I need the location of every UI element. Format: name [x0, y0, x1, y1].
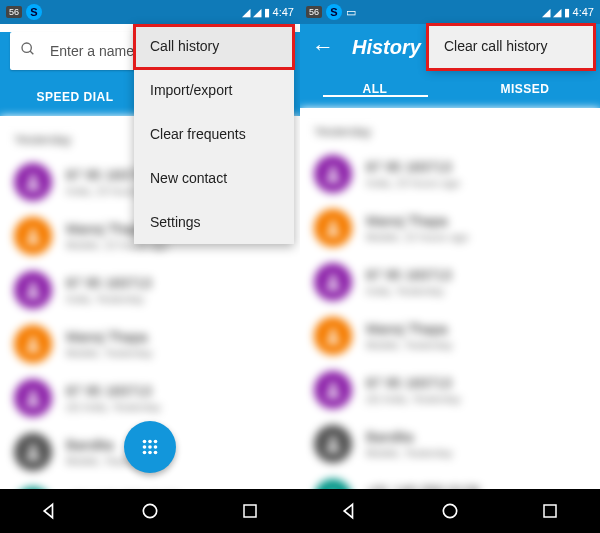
- contact-name: Manoj Thapa: [366, 321, 453, 337]
- svg-point-3: [30, 229, 37, 236]
- svg-point-15: [143, 451, 147, 455]
- svg-point-13: [148, 445, 152, 449]
- page-title: History: [352, 36, 421, 59]
- back-button[interactable]: ←: [312, 34, 334, 60]
- avatar: [14, 433, 52, 471]
- avatar: [14, 271, 52, 309]
- contact-sub: Mobile, Yesterday: [366, 339, 453, 351]
- overflow-menu: Call history Import/export Clear frequen…: [134, 24, 294, 244]
- svg-point-23: [330, 329, 337, 336]
- svg-point-0: [22, 43, 31, 52]
- nav-home[interactable]: [137, 498, 163, 524]
- svg-point-20: [330, 167, 337, 174]
- row-text: Manoj ThapaMobile, Yesterday: [66, 329, 153, 359]
- list-item[interactable]: 87 95 183713India, Yesterday: [0, 263, 300, 317]
- svg-point-18: [143, 504, 156, 517]
- phone-right: 56 S ▭ ◢ ◢ ▮ 4:47 ← History ALL MISSED Y…: [300, 0, 600, 533]
- contact-sub: (4) India, Yesterday: [366, 393, 461, 405]
- nav-back[interactable]: [37, 498, 63, 524]
- battery-icon: ▮: [264, 6, 270, 19]
- search-icon: [20, 41, 36, 61]
- nav-home[interactable]: [437, 498, 463, 524]
- call-list: Yesterday 87 95 183713India, 23 hours ag…: [300, 108, 600, 533]
- contact-sub: India, Yesterday: [66, 293, 152, 305]
- signal-icon: ◢: [542, 6, 550, 19]
- row-text: 87 95 183713India, 23 hours ago: [366, 159, 460, 189]
- overflow-menu: Clear call history: [428, 24, 594, 68]
- list-item[interactable]: BanditaMobile, Yesterday: [300, 417, 600, 471]
- list-item[interactable]: 87 95 183713(4) India, Yesterday: [300, 363, 600, 417]
- nav-recent[interactable]: [237, 498, 263, 524]
- contact-name: 87 95 183713: [366, 159, 460, 175]
- menu-call-history[interactable]: Call history: [134, 24, 294, 68]
- svg-line-1: [30, 51, 33, 54]
- list-item[interactable]: 87 95 183713India, 23 hours ago: [300, 147, 600, 201]
- contact-name: Manoj Thapa: [66, 329, 153, 345]
- menu-clear-call-history[interactable]: Clear call history: [428, 24, 594, 68]
- signal-icon: ◢: [553, 6, 561, 19]
- search-placeholder: Enter a name: [50, 43, 134, 59]
- svg-point-9: [143, 440, 147, 444]
- nav-recent[interactable]: [537, 498, 563, 524]
- svg-point-5: [30, 337, 37, 344]
- svg-point-14: [154, 445, 158, 449]
- list-item[interactable]: Manoj ThapaMobile, Yesterday: [300, 309, 600, 363]
- list-item[interactable]: Manoj ThapaMobile, Yesterday: [0, 317, 300, 371]
- tab-speed-dial[interactable]: SPEED DIAL: [0, 90, 150, 104]
- avatar: [14, 163, 52, 201]
- contact-name: 87 95 183713: [366, 375, 461, 391]
- row-text: 87 95 183713(4) India, Yesterday: [66, 383, 161, 413]
- contact-sub: Mobile, Yesterday: [66, 347, 153, 359]
- contact-name: 87 95 183713: [66, 275, 152, 291]
- app-status-icon: S: [326, 4, 342, 20]
- menu-settings[interactable]: Settings: [134, 200, 294, 244]
- svg-point-11: [154, 440, 158, 444]
- svg-rect-28: [544, 505, 556, 517]
- avatar: [314, 209, 352, 247]
- avatar: [14, 379, 52, 417]
- signal-icon: ◢: [253, 6, 261, 19]
- row-text: Manoj ThapaMobile, 22 hours ago: [366, 213, 469, 243]
- avatar: [314, 425, 352, 463]
- contact-sub: India, 23 hours ago: [366, 177, 460, 189]
- contact-sub: Mobile, Yesterday: [366, 447, 453, 459]
- tabs: ALL MISSED: [300, 70, 600, 108]
- section-label: Yesterday: [300, 116, 600, 147]
- app-status-icon: S: [26, 4, 42, 20]
- notif-badge: 56: [6, 6, 22, 18]
- contact-sub: India, Yesterday: [366, 285, 452, 297]
- signal-icon: ◢: [242, 6, 250, 19]
- row-text: 87 95 183713India, Yesterday: [66, 275, 152, 305]
- svg-point-16: [148, 451, 152, 455]
- svg-rect-19: [244, 505, 256, 517]
- notif-badge: 56: [306, 6, 322, 18]
- tab-missed[interactable]: MISSED: [450, 82, 600, 96]
- svg-point-25: [330, 437, 337, 444]
- status-bar: 56 S ◢ ◢ ▮ 4:47: [0, 0, 300, 24]
- svg-point-24: [330, 383, 337, 390]
- avatar: [314, 317, 352, 355]
- tab-all[interactable]: ALL: [300, 82, 450, 96]
- row-text: 87 95 183713(4) India, Yesterday: [366, 375, 461, 405]
- svg-point-6: [30, 391, 37, 398]
- svg-point-21: [330, 221, 337, 228]
- svg-point-22: [330, 275, 337, 282]
- list-item[interactable]: 87 95 183713India, Yesterday: [300, 255, 600, 309]
- row-text: Manoj ThapaMobile, Yesterday: [366, 321, 453, 351]
- row-text: BanditaMobile, Yesterday: [366, 429, 453, 459]
- clock: 4:47: [273, 6, 294, 18]
- menu-new-contact[interactable]: New contact: [134, 156, 294, 200]
- avatar: [314, 371, 352, 409]
- menu-import-export[interactable]: Import/export: [134, 68, 294, 112]
- contact-name: 87 95 183713: [66, 383, 161, 399]
- nav-back[interactable]: [337, 498, 363, 524]
- list-item[interactable]: 87 95 183713(4) India, Yesterday: [0, 371, 300, 425]
- avatar: [314, 263, 352, 301]
- dialpad-fab[interactable]: [124, 421, 176, 473]
- svg-point-4: [30, 283, 37, 290]
- svg-point-12: [143, 445, 147, 449]
- nav-bar: [300, 489, 600, 533]
- list-item[interactable]: Manoj ThapaMobile, 22 hours ago: [300, 201, 600, 255]
- menu-clear-frequents[interactable]: Clear frequents: [134, 112, 294, 156]
- svg-point-17: [154, 451, 158, 455]
